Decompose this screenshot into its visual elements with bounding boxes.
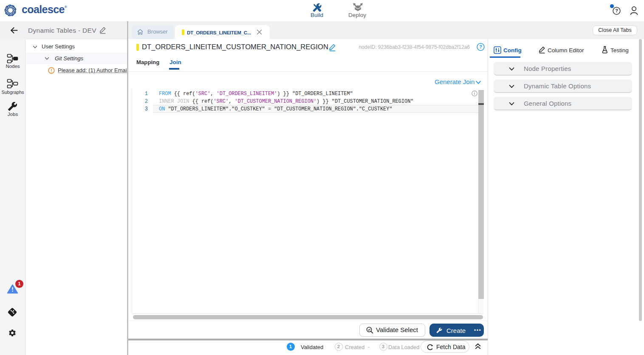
svg-text:?: ? [479, 44, 482, 49]
svg-text:?: ? [615, 8, 618, 13]
